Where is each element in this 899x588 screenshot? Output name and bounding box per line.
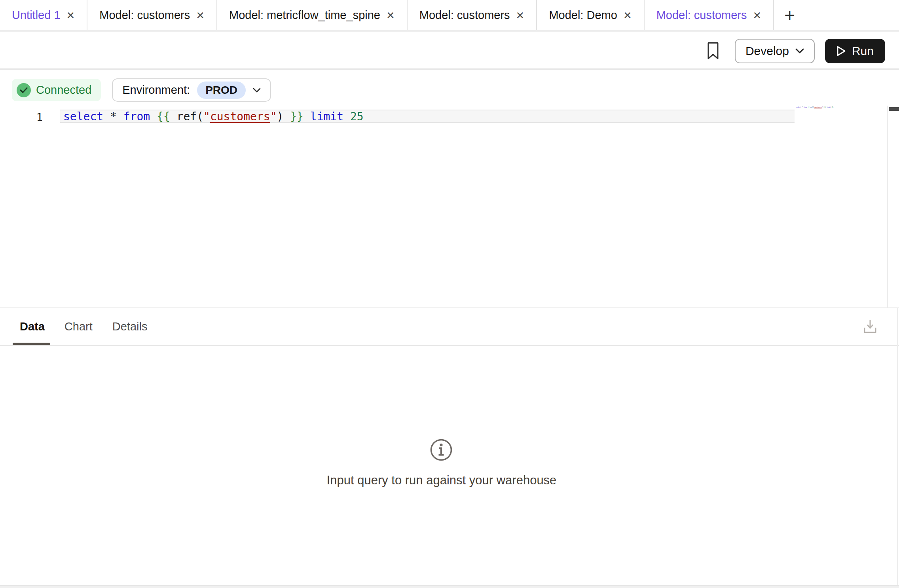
code-token-keyword: select xyxy=(63,110,103,123)
code-token-bracket: }} xyxy=(290,110,303,123)
code-token-number: 25 xyxy=(832,106,833,108)
download-button[interactable] xyxy=(863,318,877,335)
tab-label: Untitled 1 xyxy=(12,9,61,22)
run-label: Run xyxy=(852,44,874,58)
code-token-string: " xyxy=(270,110,277,123)
play-icon xyxy=(836,46,846,57)
code-token-keyword: limit xyxy=(310,110,343,123)
run-button[interactable]: Run xyxy=(825,39,885,63)
code-token-string-link[interactable]: customers xyxy=(814,106,822,108)
code-token-plain xyxy=(283,110,290,123)
tab-label: Model: Demo xyxy=(549,9,617,22)
code-token-number: 25 xyxy=(350,110,364,123)
download-icon xyxy=(863,319,877,334)
code-token-keyword: limit xyxy=(827,106,831,108)
results-tabs-border xyxy=(0,345,899,346)
tab-model-demo[interactable]: Model: Demo✕ xyxy=(537,0,644,30)
code-token-plain xyxy=(170,110,177,123)
editor-scrollbar[interactable] xyxy=(887,106,899,307)
scrollbar-thumb[interactable] xyxy=(889,107,899,111)
environment-label: Environment: xyxy=(122,83,190,97)
plus-icon: + xyxy=(784,4,795,26)
chevron-down-icon xyxy=(253,88,261,93)
environment-selector[interactable]: Environment: PROD xyxy=(112,78,271,102)
add-tab-button[interactable]: + xyxy=(774,0,805,30)
code-token-string-link[interactable]: customers xyxy=(210,110,270,123)
toolbar: Develop Run xyxy=(0,33,899,70)
minimap-line: select * from {{ ref("customers") }} lim… xyxy=(796,106,811,108)
tabs-container: Untitled 1✕Model: customers✕Model: metri… xyxy=(0,0,774,30)
results-tab-bar: DataChartDetails xyxy=(0,308,899,345)
code-token-plain xyxy=(103,110,110,123)
code-token-plain: * xyxy=(110,110,117,123)
line-number: 1 xyxy=(0,111,43,123)
code-editor-line[interactable]: select * from {{ ref("customers") }} lim… xyxy=(60,110,795,123)
panel-right-border xyxy=(897,307,898,585)
tab-untitled-1[interactable]: Untitled 1✕ xyxy=(0,0,87,30)
window-bottom-edge xyxy=(0,585,899,588)
develop-button[interactable]: Develop xyxy=(735,39,815,63)
close-tab-icon[interactable]: ✕ xyxy=(753,9,762,21)
connection-status-badge: Connected xyxy=(12,79,101,101)
tab-model-metricflow-time-spine[interactable]: Model: metricflow_time_spine✕ xyxy=(217,0,408,30)
results-tab-details[interactable]: Details xyxy=(112,320,148,333)
editor-tab-bar: Untitled 1✕Model: customers✕Model: metri… xyxy=(0,0,899,32)
tab-label: Model: customers xyxy=(99,9,190,22)
close-tab-icon[interactable]: ✕ xyxy=(516,9,525,21)
bookmark-button[interactable] xyxy=(707,42,719,60)
code-token-keyword: select xyxy=(796,106,801,108)
code-token-keyword: from xyxy=(804,106,807,108)
active-tab-underline xyxy=(13,343,50,345)
tab-model-customers[interactable]: Model: customers✕ xyxy=(87,0,217,30)
dbt-studio-window: Untitled 1✕Model: customers✕Model: metri… xyxy=(0,0,899,588)
develop-label: Develop xyxy=(745,44,789,58)
code-token-plain xyxy=(150,110,157,123)
tab-label: Model: customers xyxy=(656,9,747,22)
check-circle-icon xyxy=(17,83,31,97)
code-token-plain xyxy=(343,110,350,123)
tab-model-customers[interactable]: Model: customers✕ xyxy=(408,0,537,30)
info-icon xyxy=(430,438,453,461)
editor-minimap[interactable]: select * from {{ ref("customers") }} lim… xyxy=(796,106,840,114)
close-tab-icon[interactable]: ✕ xyxy=(66,9,75,21)
results-tab-chart[interactable]: Chart xyxy=(64,320,93,333)
chevron-down-icon xyxy=(795,48,804,53)
code-token-string: " xyxy=(203,110,210,123)
close-tab-icon[interactable]: ✕ xyxy=(386,9,395,21)
status-row: Connected Environment: PROD xyxy=(12,78,271,102)
connected-label: Connected xyxy=(36,83,91,97)
results-tab-data[interactable]: Data xyxy=(20,320,45,333)
close-tab-icon[interactable]: ✕ xyxy=(196,9,205,21)
environment-value-chip: PROD xyxy=(197,82,246,99)
tab-model-customers[interactable]: Model: customers✕ xyxy=(645,0,774,30)
bookmark-icon xyxy=(707,42,719,60)
code-token-plain: ( xyxy=(197,110,203,123)
code-token-plain: ) xyxy=(277,110,283,123)
empty-state-message: Input query to run against your warehous… xyxy=(0,473,883,487)
code-token-plain xyxy=(117,110,123,123)
tab-label: Model: customers xyxy=(419,9,510,22)
code-token-plain: ref xyxy=(177,110,197,123)
tab-label: Model: metricflow_time_spine xyxy=(229,9,380,22)
close-tab-icon[interactable]: ✕ xyxy=(623,9,632,21)
code-token-plain xyxy=(303,110,310,123)
code-token-keyword: from xyxy=(123,110,150,123)
code-token-bracket: {{ xyxy=(157,110,170,123)
